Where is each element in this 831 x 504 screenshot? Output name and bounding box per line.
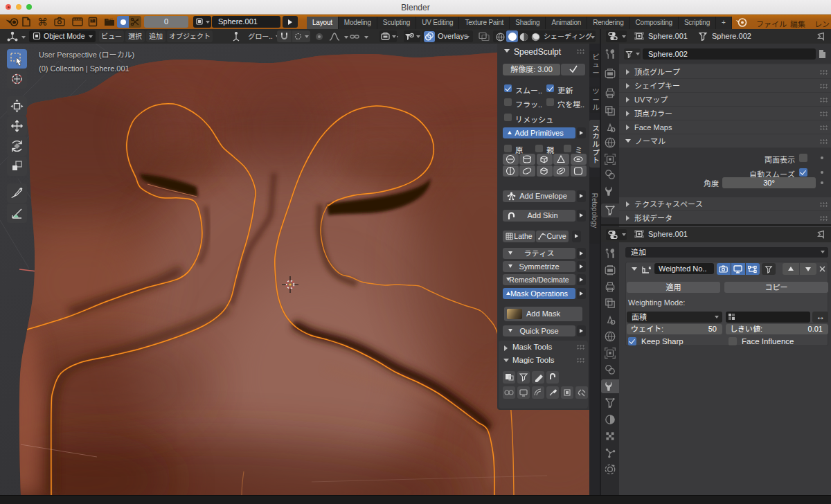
svg-text:⌘: ⌘	[37, 17, 48, 27]
svg-text:?: ?	[91, 19, 93, 23]
